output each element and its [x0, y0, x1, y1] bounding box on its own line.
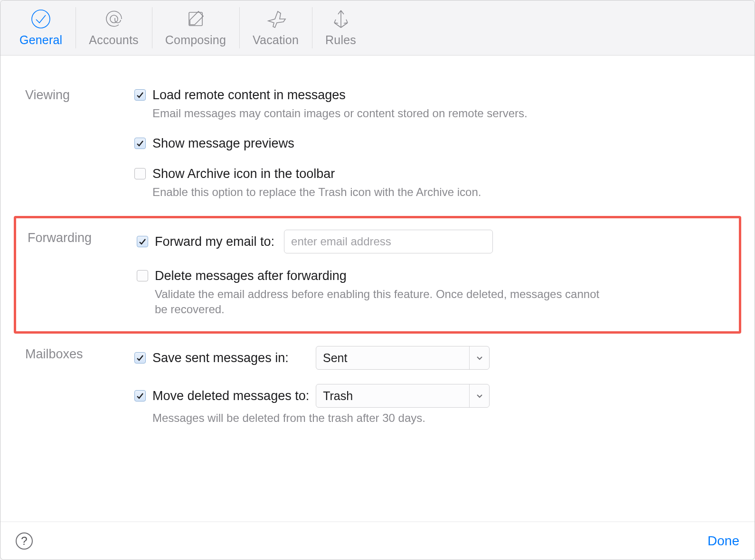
section-forwarding: Forwarding Forward my email to: Delete m… [28, 230, 727, 317]
label-archive-icon: Show Archive icon in the toolbar [152, 166, 335, 182]
tab-vacation[interactable]: Vacation [239, 0, 312, 55]
tab-rules-label: Rules [325, 33, 356, 47]
section-viewing-title: Viewing [25, 87, 125, 200]
desc-archive-icon: Enable this option to replace the Trash … [152, 185, 608, 200]
section-viewing: Viewing Load remote content in messages … [25, 75, 730, 216]
checkbox-move-deleted[interactable] [134, 390, 146, 401]
tab-accounts-label: Accounts [89, 33, 138, 47]
desc-load-remote: Email messages may contain images or con… [152, 106, 608, 121]
section-mailboxes: Mailboxes Save sent messages in: Sent [25, 334, 730, 442]
select-move-deleted[interactable]: Trash [316, 384, 490, 408]
preferences-toolbar: General Accounts Composing Vacation Rule… [0, 0, 755, 56]
label-forward-to: Forward my email to: [155, 233, 274, 250]
label-save-sent: Save sent messages in: [152, 350, 309, 366]
label-move-deleted: Move deleted messages to: [152, 388, 309, 404]
tab-accounts[interactable]: Accounts [76, 0, 151, 55]
tab-general[interactable]: General [6, 0, 76, 55]
help-button[interactable]: ? [16, 532, 33, 550]
checkbox-save-sent[interactable] [134, 352, 146, 364]
forwarding-highlight: Forwarding Forward my email to: Delete m… [14, 216, 741, 334]
chevron-down-icon [469, 384, 489, 407]
row-archive-icon: Show Archive icon in the toolbar Enable … [134, 166, 730, 200]
row-move-deleted: Move deleted messages to: Trash Messages… [134, 384, 730, 426]
section-forwarding-title: Forwarding [28, 230, 127, 317]
row-previews: Show message previews [134, 135, 730, 151]
select-save-sent-value: Sent [316, 346, 469, 369]
label-delete-after: Delete messages after forwarding [155, 268, 347, 284]
section-mailboxes-title: Mailboxes [25, 346, 125, 426]
rules-arrows-icon [330, 9, 351, 29]
row-load-remote: Load remote content in messages Email me… [134, 87, 730, 121]
desc-retention: Messages will be deleted from the trash … [152, 411, 608, 426]
row-delete-after: Delete messages after forwarding Validat… [137, 268, 727, 317]
checkbox-archive-icon[interactable] [134, 168, 146, 179]
airplane-icon [265, 9, 286, 29]
preferences-window: General Accounts Composing Vacation Rule… [0, 0, 755, 560]
checkbox-delete-after[interactable] [137, 270, 148, 281]
svg-point-0 [32, 10, 50, 28]
desc-delete-after: Validate the email address before enabli… [155, 287, 611, 317]
tab-composing[interactable]: Composing [152, 0, 239, 55]
select-move-deleted-value: Trash [316, 384, 469, 407]
done-button[interactable]: Done [708, 533, 739, 549]
preferences-footer: ? Done [0, 522, 755, 560]
chevron-down-icon [469, 346, 489, 369]
compose-icon [185, 9, 206, 29]
at-sign-icon [104, 9, 124, 29]
tab-composing-label: Composing [165, 33, 226, 47]
label-previews: Show message previews [152, 135, 294, 151]
checkmark-circle-icon [30, 9, 51, 29]
label-load-remote: Load remote content in messages [152, 87, 346, 103]
svg-point-1 [110, 15, 118, 23]
tab-general-label: General [19, 33, 62, 47]
checkbox-load-remote[interactable] [134, 89, 146, 101]
question-mark-icon: ? [21, 534, 27, 548]
tab-vacation-label: Vacation [253, 33, 299, 47]
checkbox-forward-to[interactable] [137, 236, 148, 247]
select-save-sent[interactable]: Sent [316, 346, 490, 370]
preferences-body: Viewing Load remote content in messages … [0, 56, 755, 522]
row-forward-to: Forward my email to: [137, 230, 727, 253]
checkbox-previews[interactable] [134, 138, 146, 149]
forward-email-input[interactable] [284, 230, 493, 253]
row-save-sent: Save sent messages in: Sent [134, 346, 730, 370]
tab-rules[interactable]: Rules [312, 0, 369, 55]
